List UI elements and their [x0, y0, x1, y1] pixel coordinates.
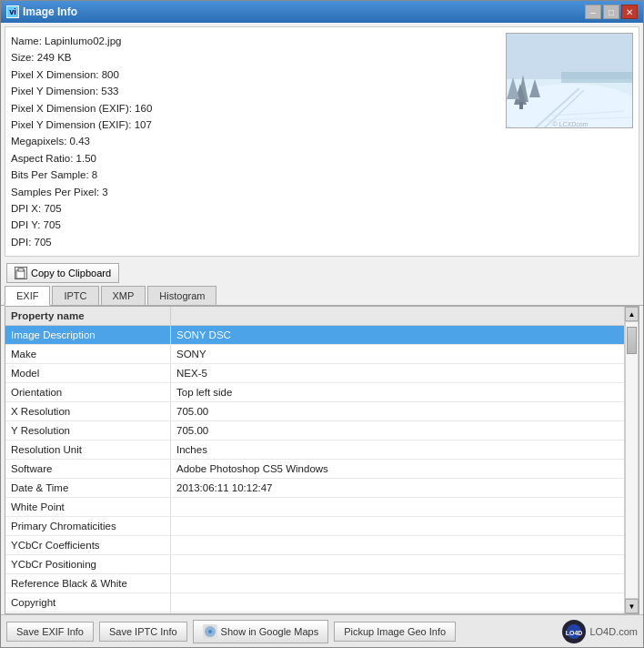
- save-iptc-button[interactable]: Save IPTC Info: [99, 622, 187, 642]
- scroll-up-arrow[interactable]: ▲: [625, 307, 639, 321]
- info-size: Size: 249 KB: [11, 49, 498, 66]
- image-metadata-text: Name: Lapinlumo02.jpg Size: 249 KB Pixel…: [11, 33, 498, 250]
- cell-property-value: [171, 555, 624, 573]
- svg-text:LO4D: LO4D: [566, 630, 582, 636]
- image-thumbnail: © LCXDcom: [506, 33, 633, 128]
- scroll-thumb[interactable]: [627, 327, 637, 354]
- cell-property-name: Exposure Time: [5, 613, 171, 613]
- table-row[interactable]: Copyright: [5, 593, 624, 613]
- cell-property-value: 2013:06:11 10:12:47: [171, 479, 624, 497]
- cell-property-name: YCbCr Positioning: [5, 555, 171, 573]
- clipboard-icon: [15, 267, 27, 279]
- tab-histogram[interactable]: Histogram: [147, 286, 216, 305]
- cell-property-value: NEX-5: [171, 364, 624, 382]
- tab-iptc[interactable]: IPTC: [52, 286, 98, 305]
- cell-property-name: Make: [5, 345, 171, 363]
- cell-property-name: Software: [5, 460, 171, 478]
- table-row[interactable]: Y Resolution705.00: [5, 421, 624, 440]
- cell-property-value: [171, 574, 624, 592]
- cell-property-value: [171, 498, 624, 516]
- info-megapixels: Megapixels: 0.43: [11, 133, 498, 149]
- window-title: Image Info: [23, 5, 77, 18]
- lo4d-icon: LO4D: [562, 620, 586, 643]
- table-row[interactable]: YCbCr Coefficients: [5, 536, 624, 555]
- svg-rect-7: [519, 102, 523, 109]
- image-info-section: Name: Lapinlumo02.jpg Size: 249 KB Pixel…: [5, 26, 639, 257]
- table-row[interactable]: Primary Chromaticities: [5, 517, 624, 536]
- cell-property-name: Y Resolution: [5, 421, 171, 440]
- cell-property-value: Adobe Photoshop CS5 Windows: [171, 460, 624, 478]
- table-row[interactable]: Image DescriptionSONY DSC: [5, 326, 624, 345]
- cell-property-value: SONY DSC: [171, 326, 624, 344]
- show-maps-button[interactable]: Show in Google Maps: [193, 620, 329, 643]
- table-row[interactable]: OrientationTop left side: [5, 383, 624, 402]
- info-name: Name: Lapinlumo02.jpg: [11, 33, 498, 49]
- cell-property-name: YCbCr Coefficients: [5, 536, 171, 554]
- scroll-track[interactable]: [625, 321, 639, 599]
- table-row[interactable]: Exposure Time1/60 sec: [5, 613, 624, 613]
- save-exif-button[interactable]: Save EXIF Info: [6, 622, 94, 642]
- info-samples: Samples Per Pixel: 3: [11, 184, 498, 200]
- title-bar-left: vi Image Info: [6, 5, 77, 18]
- maps-icon: [203, 624, 217, 639]
- cell-property-name: Copyright: [5, 593, 171, 612]
- copy-to-clipboard-button[interactable]: Copy to Clipboard: [6, 263, 119, 283]
- svg-rect-15: [18, 268, 24, 271]
- col-header-value: [171, 312, 624, 319]
- table-row[interactable]: MakeSONY: [5, 345, 624, 364]
- table-header: Property name: [5, 307, 624, 326]
- cell-property-name: Orientation: [5, 383, 171, 401]
- cell-property-value: [171, 593, 624, 612]
- table-row[interactable]: X Resolution705.00: [5, 402, 624, 421]
- info-dpi-y: DPI Y: 705: [11, 217, 498, 233]
- cell-property-name: Reference Black & White: [5, 574, 171, 592]
- tab-xmp[interactable]: XMP: [101, 286, 146, 305]
- close-button[interactable]: ✕: [621, 5, 638, 19]
- clipboard-bar: Copy to Clipboard: [1, 260, 643, 286]
- bottom-bar: Save EXIF Info Save IPTC Info Show in Go…: [1, 614, 643, 647]
- table-row[interactable]: SoftwareAdobe Photoshop CS5 Windows: [5, 460, 624, 479]
- table-row[interactable]: White Point: [5, 498, 624, 517]
- info-pixel-x: Pixel X Dimension: 800: [11, 66, 498, 83]
- table-body[interactable]: Image DescriptionSONY DSCMakeSONYModelNE…: [5, 326, 624, 613]
- table-row[interactable]: ModelNEX-5: [5, 364, 624, 383]
- main-window: vi Image Info – □ ✕ Name: Lapinlumo02.jp…: [0, 0, 644, 648]
- scroll-down-arrow[interactable]: ▼: [625, 599, 639, 613]
- title-controls: – □ ✕: [585, 5, 638, 19]
- cell-property-value: [171, 517, 624, 535]
- table-row[interactable]: Resolution UnitInches: [5, 440, 624, 460]
- cell-property-name: Model: [5, 364, 171, 382]
- table-row[interactable]: Reference Black & White: [5, 574, 624, 593]
- cell-property-value: 1/60 sec: [171, 613, 624, 613]
- cell-property-value: Top left side: [171, 383, 624, 401]
- svg-point-17: [208, 630, 212, 633]
- tab-exif[interactable]: EXIF: [5, 286, 50, 306]
- info-pixel-y: Pixel Y Dimension: 533: [11, 83, 498, 99]
- pickup-geo-button[interactable]: Pickup Image Geo Info: [334, 622, 456, 642]
- svg-text:© LCXDcom: © LCXDcom: [553, 121, 589, 127]
- info-pixel-y-exif: Pixel Y Dimension (EXIF): 107: [11, 116, 498, 133]
- lo4d-logo: LO4D LO4D.com: [562, 620, 638, 643]
- minimize-button[interactable]: –: [585, 5, 601, 19]
- svg-rect-10: [561, 72, 633, 83]
- clipboard-label: Copy to Clipboard: [31, 268, 111, 278]
- title-bar: vi Image Info – □ ✕: [1, 1, 643, 23]
- exif-table: Property name Image DescriptionSONY DSCM…: [5, 306, 639, 614]
- tabs-bar: EXIF IPTC XMP Histogram: [1, 286, 643, 306]
- cell-property-name: Primary Chromaticities: [5, 517, 171, 535]
- lo4d-text: LO4D.com: [589, 626, 638, 637]
- maximize-button[interactable]: □: [603, 5, 619, 19]
- vertical-scrollbar[interactable]: ▲ ▼: [624, 307, 639, 613]
- cell-property-name: White Point: [5, 498, 171, 516]
- cell-property-value: 705.00: [171, 421, 624, 440]
- cell-property-value: 705.00: [171, 402, 624, 420]
- table-row[interactable]: YCbCr Positioning: [5, 555, 624, 574]
- info-bits: Bits Per Sample: 8: [11, 167, 498, 183]
- cell-property-value: SONY: [171, 345, 624, 363]
- cell-property-name: X Resolution: [5, 402, 171, 420]
- cell-property-value: [171, 536, 624, 554]
- info-dpi-x: DPI X: 705: [11, 200, 498, 217]
- col-header-name: Property name: [5, 307, 171, 325]
- cell-property-name: Image Description: [5, 326, 171, 344]
- table-row[interactable]: Date & Time2013:06:11 10:12:47: [5, 479, 624, 498]
